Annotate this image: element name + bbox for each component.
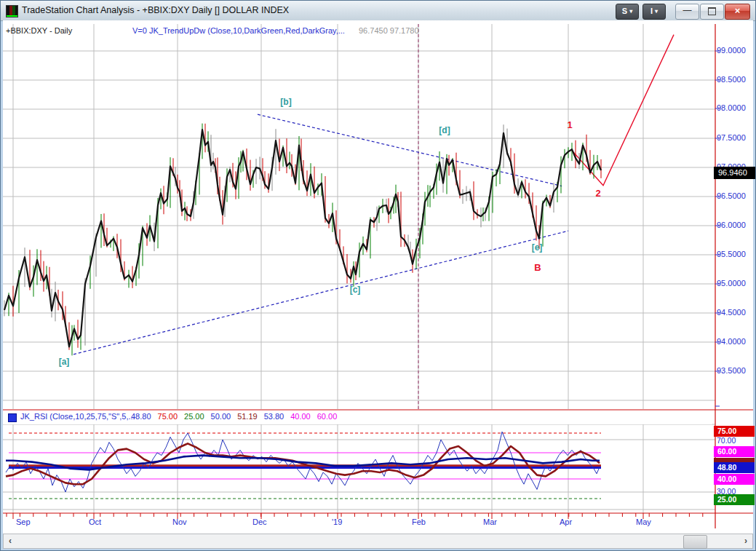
rsi-axis-label: 48.80 [714, 462, 755, 473]
rsi-value: 40.00 [290, 412, 311, 421]
rsi-value: 53.80 [264, 412, 285, 421]
rsi-value: 25.00 [184, 412, 204, 421]
app-icon [6, 5, 18, 17]
trend-indicator-label[interactable]: V=0 JK_TrendUpDw (Close,10,DarkGreen,Red… [132, 26, 345, 35]
price-axis-label: 98.0000 [717, 103, 755, 112]
rsi-value: 75.00 [158, 412, 178, 421]
symbol-label: +BBIX:DXY - Daily [6, 26, 72, 35]
chevron-down-icon: ▾ [655, 8, 658, 15]
scroll-left-arrow[interactable]: ‹ [4, 534, 17, 548]
rsi-indicator-label[interactable]: JK_RSI (Close,10,25,75,"S",5,... [20, 412, 135, 421]
date-axis-month: '19 [332, 518, 342, 526]
indicator-dropdown-button[interactable]: I ▾ [642, 4, 666, 20]
price-axis-label: 99.0000 [717, 46, 755, 55]
wave-label-2: 2 [595, 188, 600, 199]
date-axis-month: Mar [483, 518, 497, 526]
price-axis-label: 94.5000 [717, 308, 755, 317]
date-axis-month: Apr [560, 518, 572, 526]
price-axis-label: 95.5000 [717, 250, 755, 258]
rsi-value: 50.00 [211, 412, 231, 421]
scroll-right-arrow[interactable]: › [739, 534, 752, 548]
date-axis-month: Sep [16, 518, 31, 526]
price-axis-label: 96.5000 [717, 191, 755, 200]
horizontal-scrollbar[interactable]: ‹ › [3, 534, 753, 549]
trend-indicator-values: 96.7450 97.1780 [359, 26, 419, 35]
rsi-value: 48.80 [131, 412, 151, 421]
close-button[interactable]: × [725, 4, 750, 20]
chart-canvas[interactable]: [a][b][c][d][e]B12 [3, 20, 753, 534]
wave-label-d: [d] [439, 125, 450, 135]
rsi-axis-label: 25.00 [714, 494, 755, 505]
price-axis-label: 97.5000 [717, 133, 755, 142]
scrollbar-thumb[interactable] [683, 535, 707, 549]
restore-button[interactable] [700, 4, 724, 20]
window-title: TradeStation Chart Analysis - +BBIX:DXY … [22, 5, 289, 15]
last-price-badge: 96.9460 [714, 167, 755, 179]
price-axis-label: 94.0000 [717, 337, 755, 346]
price-axis-label: 93.5000 [717, 366, 755, 375]
wave-projection [572, 35, 674, 186]
minimize-button[interactable]: — [675, 4, 699, 20]
chart-area[interactable]: [a][b][c][d][e]B12 +BBIX:DXY - Daily V=0… [3, 20, 753, 534]
rsi-color-swatch-icon [8, 413, 17, 422]
price-axis-label: 95.0000 [717, 279, 755, 288]
restore-icon [708, 7, 716, 15]
rsi-smoothed [6, 443, 600, 484]
wave-label-1: 1 [567, 119, 572, 130]
rsi-value: 60.00 [317, 412, 338, 421]
title-bar[interactable]: TradeStation Chart Analysis - +BBIX:DXY … [1, 1, 755, 21]
rsi-axis-label: 60.00 [714, 446, 755, 457]
wave-label-b: [b] [280, 97, 291, 107]
style-dropdown-button[interactable]: S ▾ [616, 4, 639, 20]
date-axis-month: May [636, 518, 651, 526]
date-axis-month: Feb [412, 518, 426, 526]
rsi-axis-label: 40.00 [714, 474, 755, 485]
wave-label-B: B [534, 262, 541, 273]
wave-label-a: [a] [59, 357, 70, 367]
rsi-value: 51.19 [237, 412, 258, 421]
lower-triangle-line-a-c [73, 231, 568, 354]
price-axis-label: 98.5000 [717, 75, 755, 84]
price-axis-label: 96.0000 [717, 221, 755, 229]
wave-label-e: [e] [532, 242, 543, 253]
date-axis-month: Nov [172, 518, 187, 526]
app-window: TradeStation Chart Analysis - +BBIX:DXY … [0, 0, 756, 551]
chart-header: +BBIX:DXY - Daily V=0 JK_TrendUpDw (Clos… [3, 26, 753, 38]
rsi-axis-label: 70.00 [717, 436, 755, 445]
rsi-header: JK_RSI (Close,10,25,75,"S",5,... 48.8075… [3, 411, 712, 424]
wave-label-c: [c] [350, 285, 361, 295]
date-axis-month: Dec [252, 518, 267, 526]
rsi-header-values: 48.8075.0025.0050.0051.1953.8040.0060.00 [131, 412, 343, 421]
date-axis-month: Oct [89, 518, 101, 526]
chevron-down-icon: ▾ [629, 8, 632, 15]
rsi-axis-label: 75.00 [714, 426, 755, 437]
